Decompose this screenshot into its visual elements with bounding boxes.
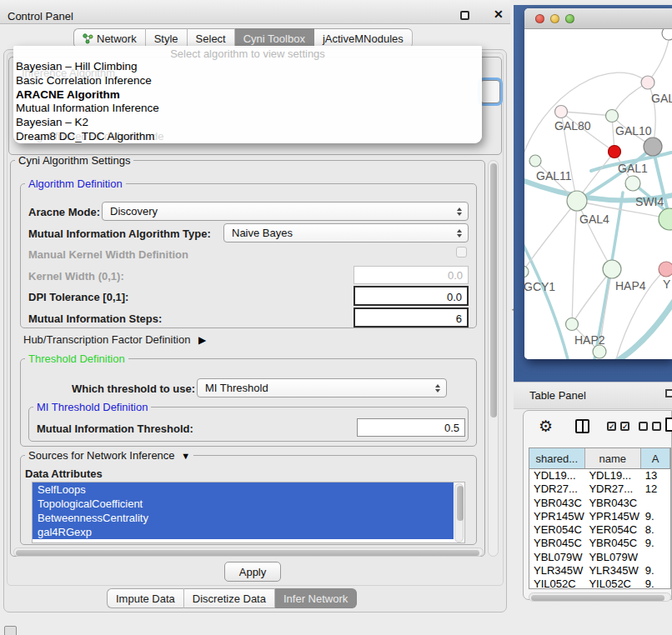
network-node-gal-top[interactable] <box>641 76 654 89</box>
attribute-list-item[interactable]: SelfLoops <box>33 482 454 497</box>
table-column-header[interactable]: A <box>641 448 670 468</box>
dropdown-item[interactable]: Basic Correlation Inference <box>13 74 482 88</box>
network-node-gal11[interactable] <box>529 155 541 167</box>
minimize-traffic-light-icon[interactable] <box>550 14 559 23</box>
network-node-gal4[interactable] <box>567 191 587 211</box>
table-cell: YBR043C <box>584 497 640 510</box>
network-node-hap2[interactable] <box>566 318 579 331</box>
table-row[interactable]: YLR345WYLR345W9. <box>529 564 670 578</box>
table-row[interactable]: YPR145WYPR145W9. <box>529 510 670 523</box>
table-float-icon[interactable] <box>665 389 672 398</box>
settings-hscrollbar[interactable] <box>13 548 484 557</box>
tab-impute-data[interactable]: Impute Data <box>107 588 184 608</box>
network-node-red-node[interactable] <box>609 146 621 158</box>
network-node-pink-y[interactable] <box>659 262 672 277</box>
mi-steps-field[interactable]: 6 <box>354 308 469 328</box>
gear-icon[interactable]: ⚙ <box>539 417 553 436</box>
document-icon[interactable] <box>665 418 672 432</box>
mi-type-combo[interactable]: Naive Bayes <box>223 223 469 242</box>
dropdown-item[interactable]: Bayesian – Hill Climbing <box>13 60 482 74</box>
network-node-gal80[interactable] <box>555 106 568 118</box>
dropdown-item[interactable]: Dream8 DC_TDC Algorithm <box>13 130 482 144</box>
data-attributes-list[interactable]: SelfLoopsTopologicalCoefficientBetweenne… <box>32 482 465 543</box>
columns-icon[interactable] <box>575 419 589 433</box>
mi-type-label: Mutual Information Algorithm Type: <box>28 228 211 240</box>
table-cell <box>641 497 670 510</box>
checked-checkbox-icon[interactable]: ✓ <box>620 422 629 431</box>
dropdown-item[interactable]: Mutual Information Inference <box>13 102 482 116</box>
node-label-gal10: GAL10 <box>615 124 652 138</box>
table-cell: YBR043C <box>529 497 584 510</box>
attribute-list-item[interactable]: BetweennessCentrality <box>33 511 454 525</box>
table-cell: YIL052C <box>584 578 640 589</box>
tab-label: Network <box>97 32 137 45</box>
control-panel-title: Control Panel <box>8 10 73 22</box>
node-table[interactable]: shared...nameA YDL19...YDL19...13YDR27..… <box>529 448 671 589</box>
table-cell: YLR345W <box>584 564 640 578</box>
tab-label: Cyni Toolbox <box>243 32 305 45</box>
data-attributes-label: Data Attributes <box>25 468 103 480</box>
mi-threshold-field[interactable]: 0.5 <box>357 418 465 437</box>
float-window-icon[interactable] <box>460 11 469 20</box>
hub-definition-toggle[interactable]: Hub/Transcription Factor Definition ▶ <box>23 333 206 346</box>
aracne-mode-value: Discovery <box>110 205 158 218</box>
network-node-gal1[interactable] <box>625 176 640 191</box>
aracne-mode-combo[interactable]: Discovery <box>102 202 469 221</box>
table-cell: YBL079W <box>584 551 640 564</box>
network-node-swi4[interactable] <box>659 208 672 230</box>
table-body: YDL19...YDL19...13YDR27...YDR27...12YBR0… <box>529 469 670 589</box>
table-header-row: shared...nameA <box>529 448 670 469</box>
table-row[interactable]: YER054CYER054C8. <box>529 523 670 537</box>
network-node-green-bottom[interactable] <box>593 345 606 358</box>
unchecked-checkbox-icon[interactable] <box>639 422 648 431</box>
table-row[interactable]: YDL19...YDL19...13 <box>529 469 670 482</box>
network-node-ring-node[interactable] <box>662 29 672 40</box>
tab-discretize-data[interactable]: Discretize Data <box>184 588 275 608</box>
which-threshold-combo[interactable]: MI Threshold <box>197 378 447 398</box>
network-window[interactable]: GALGAL80GAL10GAL1GAL11SWI4GAL4GCY1HAP4YH… <box>524 8 672 359</box>
close-icon[interactable]: ✕ <box>494 8 504 21</box>
collapse-down-icon: ▼ <box>181 451 190 461</box>
table-row[interactable]: YBR045CYBR045C9. <box>529 537 670 550</box>
node-label-hap4: HAP4 <box>615 279 646 292</box>
dpi-tolerance-field[interactable]: 0.0 <box>354 286 469 306</box>
list-scrollbar[interactable] <box>454 483 464 542</box>
close-traffic-light-icon[interactable] <box>535 14 544 23</box>
mi-threshold-label: Mutual Information Threshold: <box>37 422 193 435</box>
dropdown-item[interactable]: Bayesian – K2 <box>13 116 482 130</box>
settings-scrollbar[interactable] <box>488 160 499 557</box>
attribute-list-item[interactable]: gal4RGexp <box>33 525 454 539</box>
table-cell: YPR145W <box>529 510 584 523</box>
network-node-gcy1[interactable] <box>524 266 529 278</box>
table-column-header[interactable]: shared... <box>529 448 585 468</box>
table-column-header[interactable]: name <box>585 448 641 468</box>
apply-button[interactable]: Apply <box>224 562 281 582</box>
table-row[interactable]: YDR27...YDR27...12 <box>529 482 670 496</box>
dropdown-item[interactable]: ARACNE Algorithm <box>13 88 482 102</box>
network-node-gray-node[interactable] <box>644 138 662 156</box>
network-window-titlebar[interactable] <box>524 8 672 29</box>
kernel-width-field[interactable]: 0.0 <box>354 266 469 284</box>
sources-toggle[interactable]: Sources for Network Inference ▼ <box>25 449 193 462</box>
table-cell: 9. <box>641 564 670 578</box>
network-canvas[interactable]: GALGAL80GAL10GAL1GAL11SWI4GAL4GCY1HAP4YH… <box>524 29 672 359</box>
table-hscrollbar[interactable] <box>529 592 671 602</box>
attribute-list-item[interactable]: TopologicalCoefficient <box>33 497 454 511</box>
tray-icon[interactable] <box>4 626 17 635</box>
table-cell: YBL079W <box>529 551 584 564</box>
mi-threshold-title: MI Threshold Definition <box>33 401 151 413</box>
network-node-gal10[interactable] <box>606 110 619 122</box>
tab-infer-network[interactable]: Infer Network <box>275 588 357 608</box>
algorithm-combo-partial[interactable] <box>480 80 500 103</box>
manual-kernel-checkbox[interactable] <box>456 247 467 258</box>
zoom-traffic-light-icon[interactable] <box>565 14 574 23</box>
table-cell: 12 <box>641 482 670 496</box>
table-row[interactable]: YBR043CYBR043C <box>529 497 670 510</box>
table-row[interactable]: YBL079WYBL079W <box>529 551 670 564</box>
table-row[interactable]: YIL052CYIL052C9. <box>529 578 670 589</box>
checked-checkbox-icon[interactable]: ✓ <box>607 422 616 431</box>
dropdown-items: Bayesian – Hill ClimbingBasic Correlatio… <box>13 60 482 144</box>
tab-label: Impute Data <box>116 592 175 605</box>
network-node-hap4[interactable] <box>603 260 621 278</box>
unchecked-checkbox-icon[interactable] <box>652 422 661 431</box>
